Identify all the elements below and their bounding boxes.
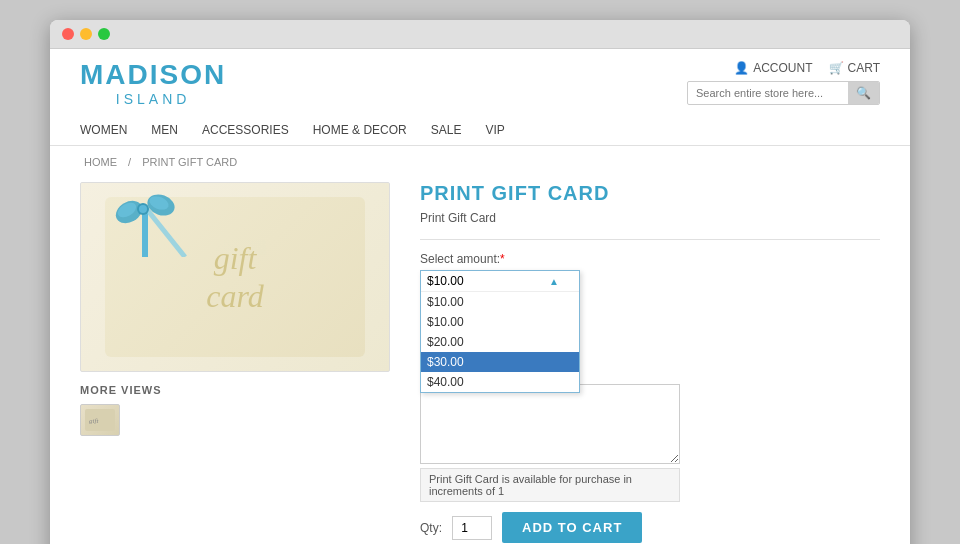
header-right: 👤 ACCOUNT 🛒 CART 🔍	[687, 61, 880, 105]
nav-sale[interactable]: SALE	[431, 123, 462, 145]
logo-area: MADISON ISLAND	[80, 61, 226, 107]
dropdown-option-2[interactable]: $20.00	[421, 332, 579, 352]
logo-madison[interactable]: MADISON	[80, 61, 226, 89]
breadcrumb-current: PRINT GIFT CARD	[142, 156, 237, 168]
dropdown-list: $10.00 $10.00 $20.00 $30.00 $40.00	[421, 292, 579, 392]
maximize-button[interactable]	[98, 28, 110, 40]
cart-icon: 🛒	[829, 61, 844, 75]
nav-men[interactable]: MEN	[151, 123, 178, 145]
thumbnail-1[interactable]: gift	[80, 404, 120, 436]
logo-island[interactable]: ISLAND	[80, 91, 226, 107]
svg-text:gift: gift	[89, 417, 99, 425]
cart-link[interactable]: 🛒 CART	[829, 61, 880, 75]
cart-label: CART	[848, 61, 880, 75]
availability-note: Print Gift Card is available for purchas…	[420, 468, 680, 502]
qty-label: Qty:	[420, 521, 442, 535]
header-top: MADISON ISLAND 👤 ACCOUNT 🛒 CART	[80, 61, 880, 107]
bow-decoration	[115, 187, 195, 257]
dropdown-option-4[interactable]: $40.00	[421, 372, 579, 392]
main-content: HOME / PRINT GIFT CARD	[50, 146, 910, 544]
site-header: MADISON ISLAND 👤 ACCOUNT 🛒 CART	[50, 49, 910, 146]
minimize-button[interactable]	[80, 28, 92, 40]
gift-card-text: gift card	[206, 239, 263, 316]
add-to-cart-button[interactable]: ADD TO CART	[502, 512, 642, 543]
product-area: gift card MORE VIEWS gift	[80, 182, 880, 544]
nav-vip[interactable]: VIP	[485, 123, 504, 145]
search-bar: 🔍	[687, 81, 880, 105]
product-title: PRINT GIFT CARD	[420, 182, 880, 205]
nav-accessories[interactable]: ACCESSORIES	[202, 123, 289, 145]
more-views-label: MORE VIEWS	[80, 384, 390, 396]
dropdown-selected-value: $10.00	[427, 274, 464, 288]
close-button[interactable]	[62, 28, 74, 40]
account-link[interactable]: 👤 ACCOUNT	[734, 61, 812, 75]
dropdown-header[interactable]: $10.00 ▲	[421, 271, 579, 292]
amount-dropdown[interactable]: $10.00 ▲ $10.00 $10.00 $20.00 $30.00 $40…	[420, 270, 580, 393]
nav-home-decor[interactable]: HOME & DECOR	[313, 123, 407, 145]
product-image-main: gift card	[80, 182, 390, 372]
dropdown-arrow-icon: ▲	[549, 276, 559, 287]
breadcrumb-home[interactable]: HOME	[84, 156, 117, 168]
svg-point-7	[139, 205, 147, 213]
product-right: PRINT GIFT CARD Print Gift Card Select a…	[420, 182, 880, 544]
nav-women[interactable]: WOMEN	[80, 123, 127, 145]
dropdown-option-1[interactable]: $10.00	[421, 312, 579, 332]
thumbnail-area: gift	[80, 404, 390, 436]
browser-content: MADISON ISLAND 👤 ACCOUNT 🛒 CART	[50, 49, 910, 544]
browser-window: MADISON ISLAND 👤 ACCOUNT 🛒 CART	[50, 20, 910, 544]
search-button[interactable]: 🔍	[848, 82, 879, 104]
qty-row: Qty: ADD TO CART	[420, 512, 880, 543]
product-subtitle: Print Gift Card	[420, 211, 880, 225]
message-textarea[interactable]	[420, 384, 680, 464]
dropdown-option-3[interactable]: $30.00	[421, 352, 579, 372]
qty-input[interactable]	[452, 516, 492, 540]
product-left: gift card MORE VIEWS gift	[80, 182, 390, 544]
dropdown-option-0[interactable]: $10.00	[421, 292, 579, 312]
account-label: ACCOUNT	[753, 61, 812, 75]
search-input[interactable]	[688, 83, 848, 103]
breadcrumb: HOME / PRINT GIFT CARD	[80, 156, 880, 168]
select-amount-label: Select amount:*	[420, 252, 880, 266]
divider	[420, 239, 880, 240]
browser-titlebar	[50, 20, 910, 49]
gift-card-visual: gift card	[105, 197, 365, 357]
site-nav: WOMEN MEN ACCESSORIES HOME & DECOR SALE …	[80, 115, 880, 145]
header-links: 👤 ACCOUNT 🛒 CART	[734, 61, 880, 75]
breadcrumb-separator: /	[128, 156, 131, 168]
account-icon: 👤	[734, 61, 749, 75]
